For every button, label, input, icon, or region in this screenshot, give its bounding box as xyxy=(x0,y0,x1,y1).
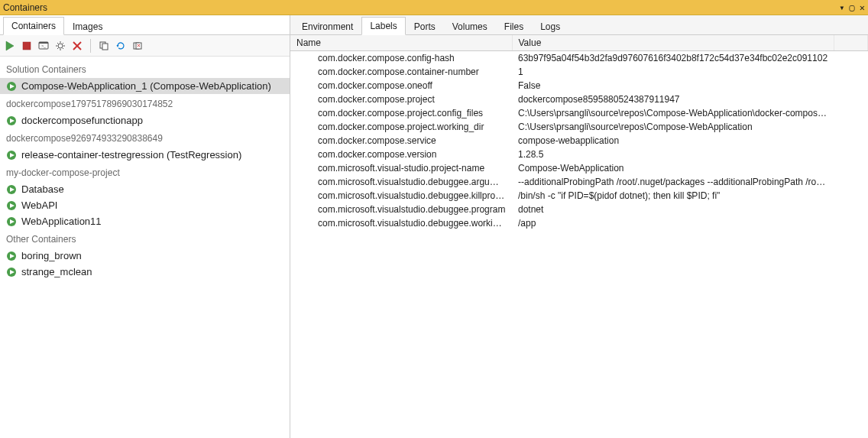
running-icon xyxy=(6,267,17,277)
table-row[interactable]: com.docker.compose.servicecompose-webapp… xyxy=(290,134,868,148)
column-header-value[interactable]: Value xyxy=(512,35,834,51)
copy-icon[interactable] xyxy=(97,39,111,53)
separator xyxy=(90,39,91,53)
container-item[interactable]: WebApplication11 xyxy=(0,213,290,229)
tab-volumes[interactable]: Volumes xyxy=(444,18,496,35)
label-value-cell: Compose-WebApplication xyxy=(512,161,834,175)
tree-group-label: dockercompose17975178969030174852 xyxy=(0,94,290,112)
tab-containers[interactable]: Containers xyxy=(3,17,64,35)
container-item[interactable]: Compose-WebApplication_1 (Compose-WebApp… xyxy=(0,78,290,94)
label-value-cell: C:\Users\prsangli\source\repos\Compose-W… xyxy=(512,120,834,134)
label-name-cell: com.docker.compose.service xyxy=(290,134,512,148)
label-name-cell: com.docker.compose.oneoff xyxy=(290,79,512,92)
svg-line-10 xyxy=(57,43,58,44)
containers-panel: ContainersImages >_ xyxy=(0,15,290,438)
table-row[interactable]: com.docker.compose.oneoffFalse xyxy=(290,79,868,92)
container-item[interactable]: dockercomposefunctionapp xyxy=(0,112,290,128)
container-item[interactable]: release-container-testregression (TestRe… xyxy=(0,147,290,163)
container-item[interactable]: WebAPI xyxy=(0,197,290,213)
tree-group-label: Other Containers xyxy=(0,229,290,248)
running-icon xyxy=(6,200,17,211)
label-name-cell: com.microsoft.visual-studio.project-name xyxy=(290,161,512,175)
running-icon xyxy=(6,150,17,161)
tree-group-label: dockercompose926974933290838649 xyxy=(0,128,290,147)
container-tree[interactable]: Solution ContainersCompose-WebApplicatio… xyxy=(0,57,290,438)
label-value-cell: dockercompose8595880524387911947 xyxy=(512,92,834,106)
table-row[interactable]: com.microsoft.visualstudio.debuggee.kill… xyxy=(290,189,868,203)
label-name-cell: com.microsoft.visualstudio.debuggee.prog… xyxy=(290,203,512,216)
svg-rect-17 xyxy=(102,44,108,50)
container-item[interactable]: strange_mclean xyxy=(0,264,290,280)
svg-marker-0 xyxy=(6,41,14,50)
svg-text:>_: >_ xyxy=(41,44,46,48)
title-bar: Containers ▾ ▢ ✕ xyxy=(0,0,868,15)
toolbar: >_ xyxy=(0,35,290,57)
container-item-label: strange_mclean xyxy=(21,266,92,277)
table-row[interactable]: com.docker.compose.project.config_filesC… xyxy=(290,106,868,120)
table-row[interactable]: com.docker.compose.config-hash63b97f95a0… xyxy=(290,51,868,66)
label-value-cell: compose-webapplication xyxy=(512,134,834,148)
delete-icon[interactable] xyxy=(70,39,84,53)
container-item-label: release-container-testregression (TestRe… xyxy=(21,149,241,161)
svg-marker-18 xyxy=(117,45,119,47)
tab-environment[interactable]: Environment xyxy=(293,18,361,35)
container-item[interactable]: boring_brown xyxy=(0,248,290,264)
label-name-cell: com.docker.compose.project xyxy=(290,92,512,106)
label-value-cell: 63b97f95a04f54b3d2fa9d97607616f3402b8f17… xyxy=(512,51,834,66)
label-value-cell: --additionalProbingPath /root/.nuget/pac… xyxy=(512,175,834,189)
details-panel: EnvironmentLabelsPortsVolumesFilesLogs N… xyxy=(290,15,868,438)
left-tabbar: ContainersImages xyxy=(0,15,290,35)
labels-grid[interactable]: Name Value com.docker.compose.config-has… xyxy=(290,35,868,438)
table-row[interactable]: com.docker.compose.container-number1 xyxy=(290,65,868,79)
table-row[interactable]: com.docker.compose.version1.28.5 xyxy=(290,148,868,161)
label-name-cell: com.docker.compose.container-number xyxy=(290,65,512,79)
table-row[interactable]: com.microsoft.visualstudio.debuggee.argu… xyxy=(290,175,868,189)
running-icon xyxy=(6,184,17,195)
container-item-label: boring_brown xyxy=(21,250,82,261)
stop-icon[interactable] xyxy=(20,39,34,53)
label-value-cell: 1.28.5 xyxy=(512,148,834,161)
table-row[interactable]: com.docker.compose.project.working_dirC:… xyxy=(290,120,868,134)
dropdown-icon[interactable]: ▾ xyxy=(839,2,844,13)
label-value-cell: /app xyxy=(512,216,834,230)
label-value-cell: False xyxy=(512,79,834,92)
attach-icon[interactable]: >_ xyxy=(37,39,50,53)
prune-icon[interactable] xyxy=(131,39,144,53)
table-row[interactable]: com.microsoft.visualstudio.debuggee.prog… xyxy=(290,203,868,216)
svg-line-11 xyxy=(63,47,63,48)
label-value-cell: dotnet xyxy=(512,203,834,216)
svg-rect-1 xyxy=(23,42,31,50)
container-item-label: WebAPI xyxy=(21,200,57,211)
tab-images[interactable]: Images xyxy=(64,18,111,35)
container-item-label: dockercomposefunctionapp xyxy=(21,115,143,126)
table-row[interactable]: com.docker.compose.projectdockercompose8… xyxy=(290,92,868,106)
label-value-cell: 1 xyxy=(512,65,834,79)
refresh-icon[interactable] xyxy=(114,39,128,53)
container-item-label: Database xyxy=(21,183,64,195)
container-item[interactable]: Database xyxy=(0,181,290,197)
tab-labels[interactable]: Labels xyxy=(361,17,405,35)
tab-logs[interactable]: Logs xyxy=(532,18,568,35)
label-name-cell: com.microsoft.visualstudio.debuggee.work… xyxy=(290,216,512,230)
label-name-cell: com.docker.compose.config-hash xyxy=(290,51,512,66)
label-value-cell: /bin/sh -c "if PID=$(pidof dotnet); then… xyxy=(512,189,834,203)
close-icon[interactable]: ✕ xyxy=(860,2,865,13)
tree-group-label: Solution Containers xyxy=(0,60,290,78)
right-tabbar: EnvironmentLabelsPortsVolumesFilesLogs xyxy=(290,15,868,35)
label-name-cell: com.microsoft.visualstudio.debuggee.argu… xyxy=(290,175,512,189)
maximize-icon[interactable]: ▢ xyxy=(850,2,855,13)
container-item-label: Compose-WebApplication_1 (Compose-WebApp… xyxy=(21,80,271,92)
tab-files[interactable]: Files xyxy=(496,18,532,35)
tree-group-label: my-docker-compose-project xyxy=(0,163,290,181)
running-icon xyxy=(6,251,17,261)
window-title: Containers xyxy=(3,2,839,13)
table-row[interactable]: com.microsoft.visual-studio.project-name… xyxy=(290,161,868,175)
start-icon[interactable] xyxy=(3,39,17,53)
settings-icon[interactable] xyxy=(53,39,67,53)
table-row[interactable]: com.microsoft.visualstudio.debuggee.work… xyxy=(290,216,868,230)
svg-point-5 xyxy=(58,44,63,48)
svg-line-13 xyxy=(63,43,63,44)
tab-ports[interactable]: Ports xyxy=(406,18,444,35)
running-icon xyxy=(6,81,17,92)
column-header-name[interactable]: Name xyxy=(290,35,512,51)
